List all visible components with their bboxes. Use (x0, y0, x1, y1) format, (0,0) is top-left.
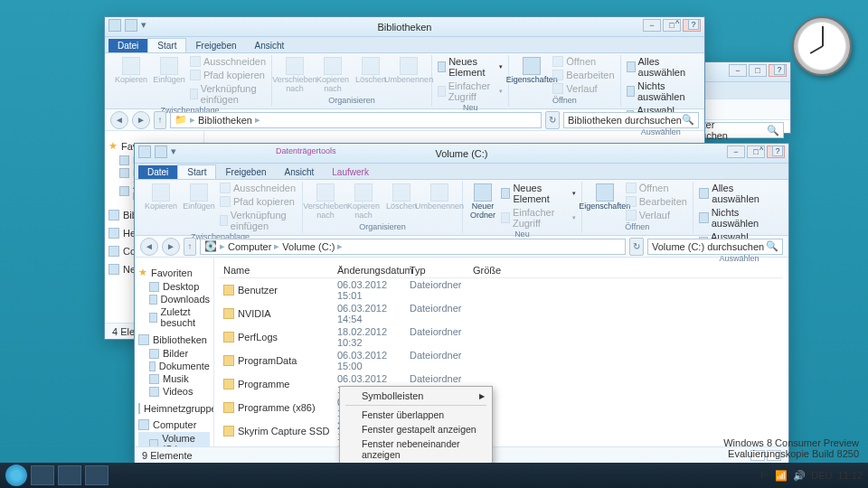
qat-icon[interactable] (138, 145, 151, 158)
titlebar[interactable]: ▾ Bibliotheken − □ × (105, 17, 704, 37)
paste-button[interactable]: Einfügen (182, 182, 216, 213)
ctx-cascade[interactable]: Fenster überlappen (342, 408, 490, 422)
nav-item[interactable]: Bilder (138, 347, 210, 360)
selectnone-button[interactable]: Nichts auswählen (627, 80, 695, 103)
tab-start[interactable]: Start (177, 164, 216, 179)
nav-item[interactable]: Musik (138, 372, 210, 385)
system-tray[interactable]: 🏳 📶 🔊 DEU 11:12 (760, 470, 863, 482)
minimize-button[interactable]: − (643, 19, 661, 32)
open-button[interactable]: Öffnen (626, 182, 687, 194)
minimize-button[interactable]: − (729, 64, 747, 77)
qat-icon[interactable] (155, 145, 167, 158)
breadcrumb[interactable]: 💽▸Computer▸Volume (C:)▸ (200, 239, 626, 255)
edit-button[interactable]: Bearbeiten (552, 69, 614, 81)
nav-item-volume-c[interactable]: Volume (C:) (138, 432, 210, 446)
help-icon[interactable]: ? (774, 64, 785, 75)
table-row[interactable]: Benutzer06.03.2012 15:01Dateiordner (220, 278, 783, 302)
nav-favorites[interactable]: ★Favoriten (138, 267, 210, 278)
moveto-button[interactable]: Verschieben nach (278, 55, 312, 96)
nav-item[interactable]: Downloads (138, 293, 210, 305)
copyto-button[interactable]: Kopieren nach (316, 55, 350, 96)
taskbar-app-icon[interactable] (85, 465, 108, 485)
tab-drive[interactable]: Laufwerk (323, 165, 378, 179)
selectall-button[interactable]: Alles auswählen (699, 182, 779, 205)
taskbar-ie-icon[interactable] (31, 465, 54, 485)
copypath-button[interactable]: Pfad kopieren (220, 195, 297, 208)
help-icon[interactable]: ? (772, 145, 783, 156)
selectall-button[interactable]: Alles auswählen (627, 55, 695, 79)
column-headers[interactable]: Name Änderungsdatum Typ Größe (220, 263, 783, 278)
tab-start[interactable]: Start (147, 38, 186, 52)
open-button[interactable]: Öffnen (552, 55, 614, 68)
qat-dropdown-icon[interactable]: ▾ (171, 145, 184, 158)
tray-network-icon[interactable]: 📶 (775, 470, 788, 482)
properties-button[interactable]: Eigenschaften (514, 55, 549, 87)
cut-button[interactable]: Ausschneiden (220, 182, 297, 194)
qat-icon[interactable] (125, 19, 137, 32)
search-input[interactable]: Bibliotheken durchsuchen🔍 (563, 112, 699, 128)
start-button[interactable] (5, 465, 27, 486)
breadcrumb[interactable]: 📁▸Bibliotheken▸ (170, 112, 542, 128)
minimize-button[interactable]: − (727, 145, 745, 158)
titlebar[interactable]: ▾ Datenträgertools Volume (C:) − □ × (135, 144, 788, 164)
nav-item[interactable]: Desktop (138, 280, 210, 293)
refresh-button[interactable]: ↻ (545, 111, 560, 129)
table-row[interactable]: Skyrim Capture SSD26.01.2012 10:23Dateio… (220, 419, 783, 443)
copyto-button[interactable]: Kopieren nach (346, 182, 381, 222)
tray-sound-icon[interactable]: 🔊 (793, 470, 806, 482)
help-icon[interactable]: ? (688, 19, 699, 30)
qat-icon[interactable] (108, 19, 121, 32)
properties-button[interactable]: Eigenschaften (588, 182, 622, 213)
forward-button[interactable]: ► (132, 111, 150, 129)
search-input[interactable]: Volume (C:) durchsuchen🔍 (647, 239, 783, 255)
nav-homegroup[interactable]: Heimnetzgruppe (138, 403, 210, 414)
newitem-button[interactable]: Neues Element▾ (501, 182, 576, 205)
copy-button[interactable]: Kopieren (114, 55, 148, 87)
collapse-ribbon-icon[interactable]: ^ (756, 145, 767, 156)
ctx-toolbars[interactable]: Symbolleisten▶ (342, 389, 490, 403)
pastelink-button[interactable]: Verknüpfung einfügen (190, 82, 266, 106)
tab-file[interactable]: Datei (138, 165, 177, 179)
delete-button[interactable]: Löschen (384, 182, 419, 213)
newfolder-button[interactable]: Neuer Ordner (468, 182, 497, 222)
tab-view[interactable]: Ansicht (276, 165, 324, 179)
tab-view[interactable]: Ansicht (246, 39, 294, 52)
up-button[interactable]: ↑ (184, 238, 196, 256)
up-button[interactable]: ↑ (154, 111, 166, 129)
back-button[interactable]: ◄ (140, 238, 158, 256)
qat-dropdown-icon[interactable]: ▾ (141, 19, 154, 32)
back-button[interactable]: ◄ (110, 111, 128, 129)
taskbar[interactable]: 🏳 📶 🔊 DEU 11:12 (0, 463, 868, 488)
tab-share[interactable]: Freigeben (186, 39, 245, 52)
refresh-button[interactable]: ↻ (629, 238, 644, 256)
ctx-sidebyside[interactable]: Fenster nebeneinander anzeigen (342, 436, 490, 462)
selectnone-button[interactable]: Nichts auswählen (699, 206, 779, 230)
history-button[interactable]: Verlauf (626, 209, 687, 221)
tab-file[interactable]: Datei (108, 39, 147, 52)
content-pane[interactable]: Name Änderungsdatum Typ Größe Benutzer06… (214, 258, 788, 446)
nav-item[interactable]: Zuletzt besucht (138, 305, 210, 329)
cut-button[interactable]: Ausschneiden (190, 55, 266, 68)
table-row[interactable]: Windows06.03.2012 15:27Dateiordner (220, 443, 783, 446)
tray-flag-icon[interactable]: 🏳 (760, 470, 769, 481)
history-button[interactable]: Verlauf (552, 82, 614, 95)
nav-item[interactable]: Videos (138, 385, 210, 398)
taskbar-explorer-icon[interactable] (58, 465, 81, 485)
table-row[interactable]: Programme06.03.2012 14:57Dateiordner (220, 372, 783, 396)
maximize-button[interactable]: □ (749, 64, 767, 77)
easyaccess-button[interactable]: Einfacher Zugriff▾ (438, 80, 503, 103)
tray-clock[interactable]: 11:12 (837, 470, 863, 481)
table-row[interactable]: Programme (x86)07.03.2012 13:57Dateiordn… (220, 396, 783, 419)
tray-language[interactable]: DEU (811, 470, 832, 481)
ctx-stacked[interactable]: Fenster gestapelt anzeigen (342, 422, 490, 436)
delete-button[interactable]: Löschen (354, 55, 388, 87)
table-row[interactable]: NVIDIA06.03.2012 14:54Dateiordner (220, 302, 783, 325)
nav-item[interactable]: Dokumente (138, 360, 210, 372)
rename-button[interactable]: Umbenennen (392, 55, 426, 87)
collapse-ribbon-icon[interactable]: ^ (672, 19, 683, 30)
rename-button[interactable]: Umbenennen (422, 182, 457, 213)
easyaccess-button[interactable]: Einfacher Zugriff▾ (501, 206, 576, 230)
moveto-button[interactable]: Verschieben nach (308, 182, 343, 222)
copypath-button[interactable]: Pfad kopieren (190, 69, 266, 81)
clock-gadget[interactable] (792, 16, 852, 76)
